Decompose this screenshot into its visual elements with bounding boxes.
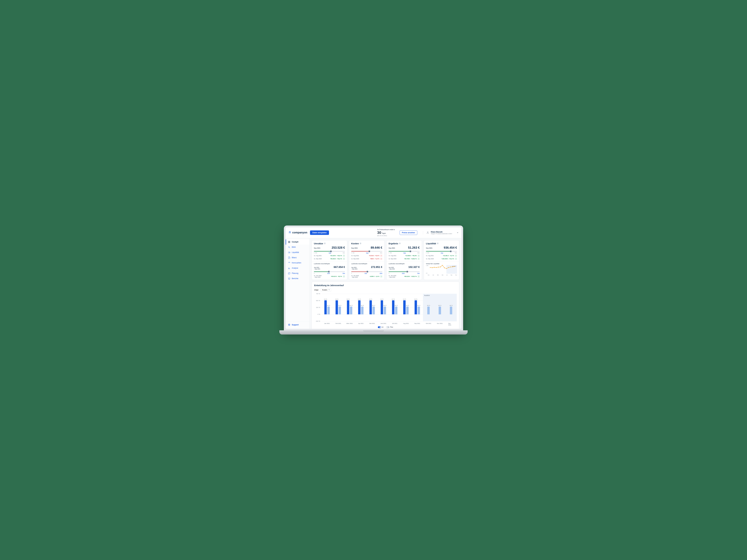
- comparison-row: vs. Jan 2020 - Sep 2020 +58.218 €+132,0 …: [389, 275, 420, 278]
- svg-rect-1: [288, 241, 289, 242]
- card-title: Liquidität i: [426, 242, 457, 245]
- lifebuoy-icon: [288, 324, 290, 326]
- svg-point-19: [448, 267, 449, 268]
- liquidity-sparkline: Ausblick 1 M€ 0 € NovJanMärMaiJulSepNov: [426, 265, 457, 275]
- comparison-row: vs. Aug 2021 +34.160 €+15,6 %↑: [314, 255, 345, 257]
- user-icon: [426, 231, 429, 234]
- development-title: Entwicklung im Jahresverlauf: [314, 284, 457, 287]
- sidebar-item-planung[interactable]: Planung: [286, 271, 309, 276]
- sidebar-item-berichte[interactable]: Berichte: [286, 276, 309, 281]
- trial-info: Ihr Probezeitraum endet in 30Tagen (bis …: [377, 229, 395, 237]
- gauge: [389, 271, 420, 272]
- svg-point-22: [454, 266, 455, 267]
- sidebar-item-kennzahlen[interactable]: Kennzahlen: [286, 260, 309, 266]
- gauge: [351, 271, 382, 272]
- svg-rect-4: [289, 242, 290, 243]
- svg-point-21: [452, 266, 453, 267]
- toggle-icon: [378, 326, 381, 328]
- sidebar-label: Kennzahlen: [292, 262, 301, 264]
- legend-label: Plan: [390, 326, 393, 328]
- comparison-row: vs. Jan 2020 - Sep 2020 +53.613 €+8,8 %↑: [314, 275, 345, 278]
- card-title: Kosten i: [351, 242, 382, 245]
- user-menu[interactable]: Klaus Bassek Wagner Produktionsbetriebe …: [423, 231, 459, 235]
- development-chart: 750 T€500 T€250 T€0 T€-250 T€ Ausblick51…: [314, 294, 457, 325]
- svg-point-20: [450, 267, 451, 267]
- sidebar-label: Berichte: [292, 277, 298, 279]
- sidebar-item-analyse[interactable]: Analyse: [286, 266, 309, 271]
- comparison-row: vs. Sep 2020 +865 €+1,0 %↑: [351, 258, 382, 260]
- trial-days: 30: [377, 231, 381, 235]
- gauge: [351, 251, 382, 252]
- comparison-row: vs. Sep 2020 +35.254 €+16,2 %↑: [314, 258, 345, 260]
- svg-rect-2: [289, 241, 290, 242]
- sidebar: Cockpit BWA Liquidität Bilanz Kennzahlen…: [286, 238, 310, 329]
- info-icon[interactable]: i: [324, 242, 326, 244]
- sidebar-item-support[interactable]: Support: [286, 322, 309, 328]
- comparison-row: vs. Sep 2020 +166.339 €+21,6 %↑: [426, 258, 457, 260]
- sidebar-label: Liquidität: [292, 251, 299, 254]
- trial-prefix: Ihr Probezeitraum endet in: [377, 229, 395, 231]
- dashboard-icon: [288, 241, 290, 243]
- gauge-icon: [288, 262, 290, 264]
- svg-point-0: [427, 232, 428, 233]
- card-title: Ergebnis i: [389, 242, 420, 245]
- inbox-icon: [288, 277, 290, 280]
- legend-toggle-plan[interactable]: Plan: [386, 326, 393, 328]
- comparison-row: vs. Sep 2020 +30.749 €+149,9 %↑: [389, 258, 420, 260]
- wallet-icon: [288, 251, 290, 254]
- sidebar-item-liquiditat[interactable]: Liquidität: [286, 250, 309, 255]
- sidebar-item-cockpit[interactable]: Cockpit: [286, 239, 309, 245]
- toggle-icon: [386, 326, 389, 328]
- legend-label: Ist: [382, 326, 384, 328]
- sidebar-label: Support: [292, 324, 299, 326]
- sidebar-label: Analyse: [292, 267, 298, 269]
- gauge: [426, 251, 457, 252]
- comparison-row: vs. Aug 2021 +13.655 €+36,3%↑: [389, 255, 420, 257]
- svg-point-13: [436, 267, 437, 268]
- svg-point-14: [438, 267, 439, 267]
- comparison-row: vs. Jan 2020 - Sep 2020 -6.850 €-2,4 %↓: [351, 275, 382, 278]
- main-content: Umsätze i Sep 2021253.528 € 0 MinPlanMax…: [310, 238, 461, 329]
- svg-point-11: [432, 267, 433, 268]
- pricing-button[interactable]: Preise ansehen: [400, 231, 417, 235]
- comparison-row: vs. Aug 2021 +5.016 €+5,9 %↑: [351, 255, 382, 257]
- svg-rect-3: [288, 242, 289, 243]
- app-header: companyon Daten einspielen Ihr Probezeit…: [286, 227, 461, 238]
- trial-until: (bis 23.10.2021): [377, 235, 395, 237]
- metric-select[interactable]: Kosten: [320, 288, 331, 292]
- gauge: [389, 251, 420, 252]
- card-title: Umsätze i: [314, 242, 345, 245]
- file-icon: [288, 257, 290, 259]
- development-card: Entwicklung im Jahresverlauf Zeige: Kost…: [312, 282, 459, 329]
- user-name: Klaus Bassek: [431, 231, 452, 233]
- comparison-row: vs. Aug 2021 +21.861 €+2,3 %↑: [426, 255, 457, 257]
- sidebar-label: Cockpit: [292, 241, 298, 243]
- trial-days-unit: Tagen: [382, 233, 386, 234]
- brand-logo: companyon: [288, 231, 307, 234]
- gauge: [314, 251, 345, 252]
- svg-point-7: [289, 252, 290, 252]
- sidebar-item-bilanz[interactable]: Bilanz: [286, 255, 309, 260]
- info-icon[interactable]: i: [399, 242, 401, 244]
- info-icon[interactable]: i: [437, 242, 439, 244]
- info-icon[interactable]: i: [360, 242, 361, 244]
- import-data-button[interactable]: Daten einspielen: [310, 231, 329, 235]
- svg-point-9: [289, 324, 289, 325]
- map-icon: [288, 272, 290, 274]
- svg-point-12: [434, 267, 435, 268]
- svg-point-17: [444, 267, 445, 268]
- metric-select-value: Kosten: [322, 289, 327, 291]
- show-label: Zeige:: [314, 289, 319, 291]
- search-icon: [288, 246, 290, 248]
- svg-point-15: [440, 267, 441, 267]
- chart-icon: [288, 267, 290, 269]
- user-org: Wagner Produktionsbetriebe GmbH: [431, 233, 452, 235]
- sidebar-item-bwa[interactable]: BWA: [286, 245, 309, 250]
- card-liquiditat: Liquidität i Sep 2021936.454 € 0 MinPlan…: [424, 240, 459, 280]
- brand-name: companyon: [292, 231, 307, 234]
- sidebar-label: Planung: [292, 272, 298, 274]
- sidebar-label: Bilanz: [292, 257, 297, 259]
- legend-toggle-ist[interactable]: Ist: [378, 326, 384, 328]
- gauge: [314, 271, 345, 272]
- card-umsatz: Umsätze i Sep 2021253.528 € 0 MinPlanMax…: [312, 240, 347, 280]
